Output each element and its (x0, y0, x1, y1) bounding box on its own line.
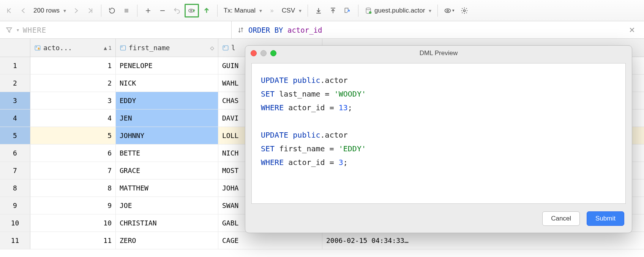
row-number[interactable]: 7 (0, 162, 30, 179)
cell-actor-id[interactable]: 3 (30, 92, 116, 109)
row-number[interactable]: 11 (0, 232, 30, 249)
submit-button[interactable]: Submit (587, 211, 624, 226)
filter-bar: ▾ WHERE ORDER BY actor_id ✕ (0, 21, 644, 39)
datasource-dropdown[interactable]: guest.public.actor (362, 4, 434, 17)
svg-rect-13 (223, 46, 228, 50)
svg-rect-12 (122, 46, 123, 47)
datasource-label: guest.public.actor (374, 7, 425, 14)
row-number[interactable]: 5 (0, 127, 30, 144)
sort-icon (237, 26, 245, 34)
next-page-button[interactable] (69, 4, 83, 17)
last-page-button[interactable] (84, 4, 97, 17)
filter-icon (5, 26, 13, 34)
corner-header (0, 39, 30, 57)
cell-actor-id[interactable]: 1 (30, 57, 116, 75)
column-header-first-name[interactable]: first_name ◇ (116, 39, 218, 57)
settings-button[interactable] (458, 4, 471, 17)
svg-rect-14 (224, 46, 225, 47)
format-label: CSV (282, 7, 295, 14)
cell-first-name[interactable]: CHRISTIAN (116, 214, 218, 232)
column-icon (222, 44, 229, 51)
row-number[interactable]: 4 (0, 109, 30, 127)
column-header-actor-id[interactable]: acto... ▲ 1 (30, 39, 116, 57)
cell-first-name[interactable]: JEN (116, 109, 218, 127)
row-number[interactable]: 10 (0, 214, 30, 232)
cell-actor-id[interactable]: 4 (30, 109, 116, 127)
row-number[interactable]: 9 (0, 197, 30, 214)
svg-rect-11 (120, 46, 126, 50)
export-format-dropdown[interactable]: CSV (279, 4, 304, 17)
first-page-button[interactable] (2, 4, 16, 17)
cell-timestamp[interactable]: 2006-02-15 04:34:33… (322, 232, 644, 249)
svg-point-7 (464, 10, 466, 11)
reload-button[interactable] (105, 4, 119, 17)
export-down-button[interactable] (312, 4, 325, 17)
column-icon (120, 44, 126, 51)
tx-label: Tx: Manual (224, 7, 256, 14)
cell-first-name[interactable]: PENELOPE (116, 57, 218, 75)
dialog-buttons: Cancel Submit (245, 208, 632, 233)
orderby-column: actor_id (287, 26, 322, 34)
stop-button[interactable] (120, 4, 133, 17)
svg-point-10 (38, 48, 40, 50)
submit-button[interactable] (200, 4, 213, 17)
row-number[interactable]: 6 (0, 144, 30, 162)
cell-actor-id[interactable]: 5 (30, 127, 116, 144)
orderby-filter[interactable]: ORDER BY actor_id (237, 26, 322, 34)
row-number[interactable]: 8 (0, 179, 30, 197)
cell-actor-id[interactable]: 8 (30, 179, 116, 197)
cell-actor-id[interactable]: 7 (30, 162, 116, 179)
where-placeholder: WHERE (23, 26, 46, 34)
view-mode-button[interactable]: ▾ (442, 4, 457, 17)
toolbar: 200 rows Tx: Manual » CSV guest.public.a… (0, 0, 644, 21)
cell-first-name[interactable]: ZERO (116, 232, 218, 249)
cell-first-name[interactable]: EDDY (116, 92, 218, 109)
cell-actor-id[interactable]: 2 (30, 75, 116, 92)
svg-rect-0 (125, 9, 128, 13)
svg-rect-9 (36, 46, 37, 47)
svg-point-4 (369, 11, 372, 14)
orderby-keyword: ORDER BY (248, 26, 283, 34)
cell-first-name[interactable]: NICK (116, 75, 218, 92)
dml-preview-dialog: DML Preview UPDATE public.actor SET last… (245, 45, 632, 233)
import-up-button[interactable] (326, 4, 340, 17)
more-button[interactable]: » (265, 4, 279, 17)
row-number[interactable]: 1 (0, 57, 30, 75)
tx-mode-dropdown[interactable]: Tx: Manual (221, 4, 264, 17)
copy-to-button[interactable] (341, 4, 354, 17)
cell-actor-id[interactable]: 11 (30, 232, 116, 249)
prev-page-button[interactable] (17, 4, 30, 17)
cell-first-name[interactable]: JOHNNY (116, 127, 218, 144)
cell-first-name[interactable]: GRACE (116, 162, 218, 179)
dialog-titlebar[interactable]: DML Preview (245, 46, 632, 61)
dialog-title: DML Preview (245, 49, 632, 57)
sql-preview-area[interactable]: UPDATE public.actor SET last_name = 'WOO… (251, 63, 626, 204)
svg-point-3 (366, 8, 371, 10)
preview-dml-button[interactable] (185, 4, 199, 17)
row-number[interactable]: 2 (0, 75, 30, 92)
cell-actor-id[interactable]: 6 (30, 144, 116, 162)
close-filter-button[interactable]: ✕ (625, 23, 639, 37)
cell-first-name[interactable]: JOE (116, 197, 218, 214)
cell-first-name[interactable]: BETTE (116, 144, 218, 162)
rows-dropdown[interactable]: 200 rows (31, 4, 68, 17)
where-filter[interactable]: ▾ WHERE (0, 21, 232, 38)
pk-column-icon (34, 44, 41, 51)
cell-actor-id[interactable]: 10 (30, 214, 116, 232)
rows-label: 200 rows (33, 7, 60, 14)
row-number[interactable]: 3 (0, 92, 30, 109)
cell-last-name[interactable]: CAGE (218, 232, 322, 249)
cancel-button[interactable]: Cancel (542, 211, 580, 226)
delete-row-button[interactable] (156, 4, 169, 17)
datasource-icon (365, 7, 372, 14)
cell-first-name[interactable]: MATTHEW (116, 179, 218, 197)
cell-actor-id[interactable]: 9 (30, 197, 116, 214)
svg-rect-8 (35, 46, 40, 50)
add-row-button[interactable] (141, 4, 155, 17)
revert-button[interactable] (170, 4, 184, 17)
svg-point-6 (447, 10, 448, 11)
svg-point-2 (191, 10, 192, 11)
svg-point-5 (445, 9, 451, 13)
svg-point-1 (189, 9, 194, 12)
